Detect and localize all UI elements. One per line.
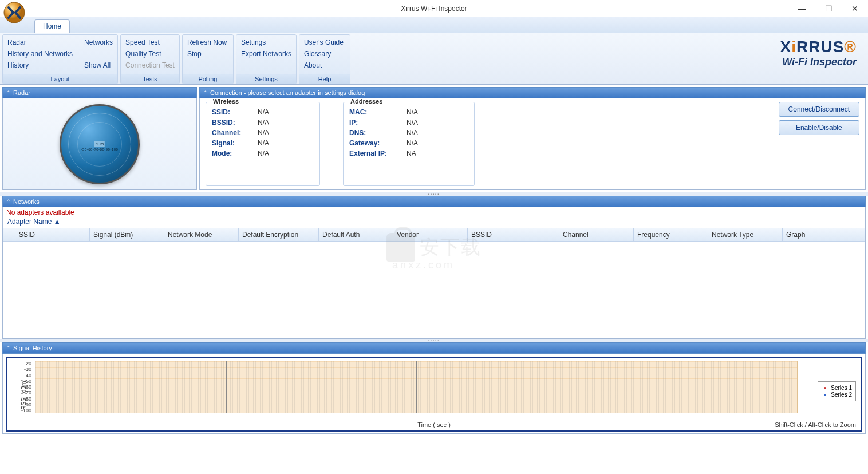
radar-header[interactable]: ⌃ Radar bbox=[2, 87, 197, 98]
radar-display: dBm -50-60-70-80-90-100 bbox=[60, 104, 140, 184]
networks-panel: ⌃ Networks No adapters availlable Adapte… bbox=[2, 196, 866, 339]
help-guide[interactable]: User's Guide bbox=[304, 37, 345, 48]
window-controls: — ☐ ✕ bbox=[789, 0, 868, 17]
x-axis-label: Time ( sec ) bbox=[417, 421, 451, 428]
radar-dbm-label: dBm bbox=[94, 141, 105, 147]
layout-networks[interactable]: Networks bbox=[84, 37, 113, 48]
connection-header[interactable]: ⌃ Connection - please select an adapter … bbox=[199, 87, 866, 98]
ribbon-group-layout: Radar History and Networks History Netwo… bbox=[2, 34, 118, 84]
ribbon-group-tests: Speed Test Quality Test Connection Test … bbox=[120, 34, 180, 84]
th-signal[interactable]: Signal (dBm) bbox=[90, 228, 164, 241]
ssid-value: N/A bbox=[258, 108, 269, 116]
bssid-value: N/A bbox=[258, 118, 269, 127]
th-bssid[interactable]: BSSID bbox=[468, 228, 559, 241]
th-encryption[interactable]: Default Encryption bbox=[239, 228, 319, 241]
connection-panel: ⌃ Connection - please select an adapter … bbox=[199, 87, 866, 190]
addresses-fieldset: Addresses MAC:N/A IP:N/A DNS:N/A Gateway… bbox=[343, 102, 475, 186]
radar-title: Radar bbox=[13, 89, 30, 96]
mac-label: MAC: bbox=[349, 108, 407, 116]
gateway-label: Gateway: bbox=[349, 139, 407, 147]
ribbon: Radar History and Networks History Netwo… bbox=[0, 33, 868, 85]
collapse-icon: ⌃ bbox=[203, 90, 208, 96]
window-title: Xirrus Wi-Fi Inspector bbox=[401, 5, 467, 13]
dns-label: DNS: bbox=[349, 129, 407, 137]
settings-export[interactable]: Export Networks bbox=[241, 49, 291, 59]
maximize-button[interactable]: ☐ bbox=[815, 0, 842, 17]
external-ip-value: NA bbox=[407, 149, 416, 157]
settings-settings[interactable]: Settings bbox=[241, 37, 291, 48]
th-vendor[interactable]: Vendor bbox=[393, 228, 468, 241]
collapse-icon: ⌃ bbox=[6, 345, 11, 351]
layout-show-all[interactable]: Show All bbox=[84, 60, 113, 70]
signal-label: Signal: bbox=[212, 139, 258, 147]
th-channel[interactable]: Channel bbox=[559, 228, 634, 241]
ip-label: IP: bbox=[349, 118, 407, 127]
collapse-icon: ⌃ bbox=[6, 199, 11, 204]
bssid-label: BSSID: bbox=[212, 118, 258, 127]
signal-history-header[interactable]: ⌃ Signal History bbox=[2, 342, 866, 354]
networks-header[interactable]: ⌃ Networks bbox=[2, 196, 866, 207]
ribbon-group-settings: Settings Export Networks Settings bbox=[236, 34, 297, 84]
th-network-type[interactable]: Network Type bbox=[708, 228, 783, 241]
th-frequency[interactable]: Frequency bbox=[634, 228, 708, 241]
channel-value: N/A bbox=[258, 129, 269, 137]
radar-scale: -50-60-70-80-90-100 bbox=[81, 148, 119, 151]
ribbon-group-polling: Refresh Now Stop Polling bbox=[182, 34, 234, 84]
ribbon-label-tests: Tests bbox=[121, 74, 179, 84]
ribbon-label-help: Help bbox=[299, 74, 350, 84]
chart-legend: Series 1 Series 2 bbox=[818, 381, 856, 401]
layout-radar[interactable]: Radar bbox=[7, 37, 73, 48]
signal-history-title: Signal History bbox=[13, 345, 52, 351]
layout-history-networks[interactable]: History and Networks bbox=[7, 49, 73, 59]
th-graph[interactable]: Graph bbox=[783, 228, 865, 241]
tests-quality[interactable]: Quality Test bbox=[125, 49, 175, 59]
titlebar: Xirrus Wi-Fi Inspector — ☐ ✕ bbox=[0, 0, 868, 17]
channel-label: Channel: bbox=[212, 129, 258, 137]
ribbon-label-polling: Polling bbox=[183, 74, 233, 84]
wireless-legend: Wireless bbox=[211, 98, 241, 105]
polling-refresh[interactable]: Refresh Now bbox=[187, 37, 228, 48]
y-ticks: -20 -30 -40 -50 -60 -70 -80 -90 -100 bbox=[15, 361, 31, 413]
tests-speed[interactable]: Speed Test bbox=[125, 37, 175, 48]
mac-value: N/A bbox=[407, 108, 418, 116]
dns-value: N/A bbox=[407, 129, 418, 137]
ip-value: N/A bbox=[407, 118, 418, 127]
close-button[interactable]: ✕ bbox=[842, 0, 868, 17]
ribbon-label-layout: Layout bbox=[3, 74, 117, 84]
plot-area bbox=[35, 361, 798, 413]
ssid-label: SSID: bbox=[212, 108, 258, 116]
gateway-value: N/A bbox=[407, 139, 418, 147]
series2-label: Series 2 bbox=[831, 392, 852, 398]
series1-swatch-icon bbox=[822, 386, 828, 390]
adapter-name-sort[interactable]: Adapter Name ▲ bbox=[3, 218, 865, 228]
help-about[interactable]: About bbox=[304, 60, 345, 70]
no-adapters-message: No adapters availlable bbox=[3, 207, 865, 218]
help-glossary[interactable]: Glossary bbox=[304, 49, 345, 59]
radar-panel: ⌃ Radar dBm -50-60-70-80-90-100 bbox=[2, 87, 197, 190]
ribbon-label-settings: Settings bbox=[236, 74, 296, 84]
tests-connection: Connection Test bbox=[125, 60, 175, 70]
signal-value: N/A bbox=[258, 139, 269, 147]
app-orb-icon[interactable] bbox=[3, 1, 26, 24]
signal-history-panel: ⌃ Signal History RSSI (dBm) -20 -30 -40 … bbox=[2, 342, 866, 434]
addresses-legend: Addresses bbox=[348, 98, 385, 105]
th-blank[interactable] bbox=[3, 228, 15, 241]
connection-title: Connection - please select an adapter in… bbox=[210, 89, 365, 96]
networks-table-header: SSID Signal (dBm) Network Mode Default E… bbox=[3, 228, 865, 242]
ribbon-group-help: User's Guide Glossary About Help bbox=[299, 34, 350, 84]
networks-title: Networks bbox=[13, 198, 40, 205]
collapse-icon: ⌃ bbox=[6, 90, 11, 96]
mode-value: N/A bbox=[258, 149, 269, 157]
th-ssid[interactable]: SSID bbox=[15, 228, 90, 241]
th-auth[interactable]: Default Auth bbox=[319, 228, 393, 241]
tab-home[interactable]: Home bbox=[34, 19, 70, 33]
th-mode[interactable]: Network Mode bbox=[164, 228, 239, 241]
minimize-button[interactable]: — bbox=[789, 0, 815, 17]
brand-logo: XiRRUS® Wi-Fi Inspector bbox=[780, 38, 857, 68]
connect-disconnect-button[interactable]: Connect/Disconnect bbox=[779, 102, 859, 117]
external-ip-label: External IP: bbox=[349, 149, 407, 157]
layout-history[interactable]: History bbox=[7, 60, 73, 70]
signal-chart[interactable]: RSSI (dBm) -20 -30 -40 -50 -60 -70 -80 -… bbox=[6, 357, 862, 432]
polling-stop[interactable]: Stop bbox=[187, 49, 228, 59]
enable-disable-button[interactable]: Enable/Disable bbox=[779, 120, 859, 135]
